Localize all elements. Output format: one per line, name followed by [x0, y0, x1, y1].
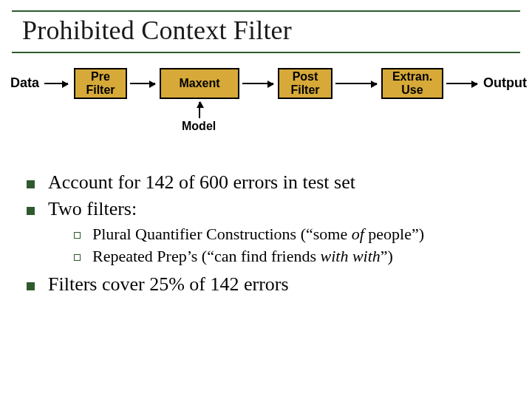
title-wrap: Prohibited Context Filter	[12, 10, 520, 53]
text-frag: Plural Quantifier Constructions (“some	[92, 225, 352, 243]
arrow-model-to-maxent	[199, 102, 200, 118]
bullet-square-icon	[27, 282, 35, 290]
bullet-level1: Filters cover 25% of 142 errors	[27, 273, 523, 296]
bullet-text: Plural Quantifier Constructions (“some o…	[92, 225, 424, 244]
bullet-level2: Plural Quantifier Constructions (“some o…	[74, 225, 523, 244]
model-label: Model	[182, 120, 216, 133]
bullet-level2: Repeated Prep’s (“can find friends with …	[74, 247, 523, 266]
text-em: of	[352, 225, 364, 243]
arrow-extran-to-output	[446, 83, 477, 84]
bullet-text: Repeated Prep’s (“can find friends with …	[92, 247, 393, 266]
bullet-hollow-square-icon	[74, 254, 81, 261]
bullet-hollow-square-icon	[74, 232, 81, 239]
arrow-maxent-to-postfilter	[242, 83, 273, 84]
bullet-level1: Account for 142 of 600 errors in test se…	[27, 171, 523, 194]
bullet-text: Account for 142 of 600 errors in test se…	[48, 171, 355, 194]
text-em: with with	[321, 247, 381, 265]
data-label: Data	[10, 75, 39, 91]
postfilter-box: Post Filter	[278, 68, 332, 99]
arrow-data-to-prefilter	[44, 83, 68, 84]
bullet-level1: Two filters:	[27, 198, 523, 220]
output-label: Output	[483, 75, 527, 91]
extran-use-box: Extran. Use	[381, 68, 443, 99]
text-frag: ”)	[381, 247, 393, 265]
text-frag: people”)	[364, 225, 424, 243]
text-frag: Repeated Prep’s (“can find friends	[92, 247, 321, 265]
prefilter-box: Pre Filter	[74, 68, 127, 99]
arrow-postfilter-to-extran	[335, 83, 377, 84]
arrow-prefilter-to-maxent	[130, 83, 155, 84]
bullet-text: Two filters:	[48, 198, 137, 220]
maxent-box: Maxent	[160, 68, 239, 99]
bullet-sublist: Plural Quantifier Constructions (“some o…	[74, 225, 523, 266]
bullet-list: Account for 142 of 600 errors in test se…	[27, 171, 523, 300]
bullet-square-icon	[27, 207, 35, 215]
bullet-text: Filters cover 25% of 142 errors	[48, 273, 289, 296]
slide-title: Prohibited Context Filter	[12, 10, 520, 53]
bullet-square-icon	[27, 180, 35, 188]
pipeline-diagram: Data Pre Filter Maxent Post Filter Extra…	[0, 68, 532, 134]
